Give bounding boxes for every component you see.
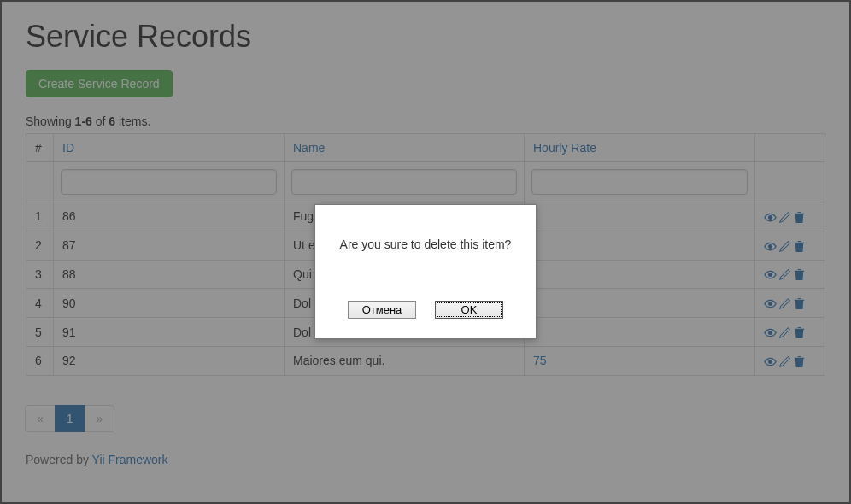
confirm-delete-dialog: Are you sure to delete this item? Отмена…: [314, 204, 537, 339]
dialog-message: Are you sure to delete this item?: [331, 237, 520, 251]
ok-button[interactable]: OK: [435, 301, 503, 319]
cancel-button[interactable]: Отмена: [348, 301, 416, 319]
